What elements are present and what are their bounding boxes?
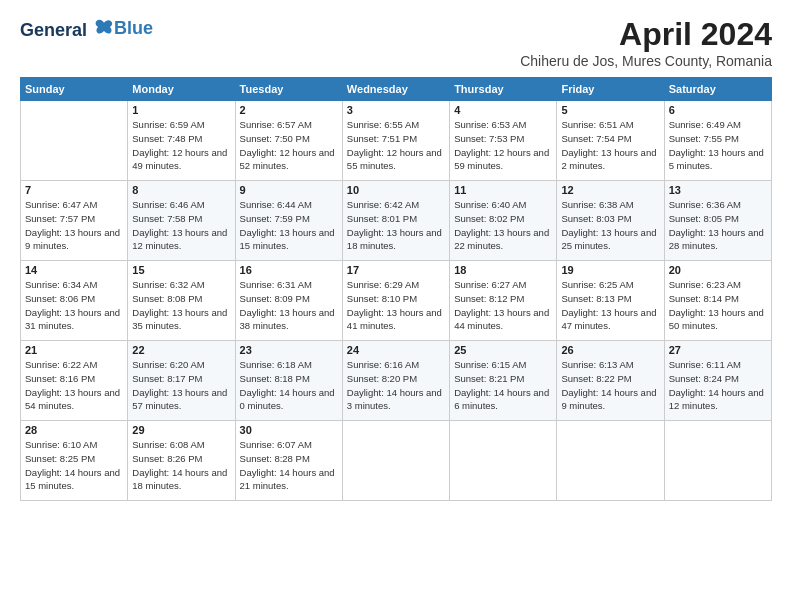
table-row: 11Sunrise: 6:40 AM Sunset: 8:02 PM Dayli… [450,181,557,261]
day-number: 2 [240,104,338,116]
day-number: 25 [454,344,552,356]
day-info: Sunrise: 6:38 AM Sunset: 8:03 PM Dayligh… [561,198,659,253]
calendar-week-5: 28Sunrise: 6:10 AM Sunset: 8:25 PM Dayli… [21,421,772,501]
table-row: 7Sunrise: 6:47 AM Sunset: 7:57 PM Daylig… [21,181,128,261]
day-info: Sunrise: 6:18 AM Sunset: 8:18 PM Dayligh… [240,358,338,413]
calendar-week-4: 21Sunrise: 6:22 AM Sunset: 8:16 PM Dayli… [21,341,772,421]
day-number: 30 [240,424,338,436]
table-row: 13Sunrise: 6:36 AM Sunset: 8:05 PM Dayli… [664,181,771,261]
day-info: Sunrise: 6:20 AM Sunset: 8:17 PM Dayligh… [132,358,230,413]
day-info: Sunrise: 6:53 AM Sunset: 7:53 PM Dayligh… [454,118,552,173]
day-number: 7 [25,184,123,196]
title-area: April 2024 Chiheru de Jos, Mures County,… [520,16,772,69]
day-number: 29 [132,424,230,436]
table-row: 9Sunrise: 6:44 AM Sunset: 7:59 PM Daylig… [235,181,342,261]
header-sunday: Sunday [21,78,128,101]
day-number: 5 [561,104,659,116]
day-info: Sunrise: 6:10 AM Sunset: 8:25 PM Dayligh… [25,438,123,493]
header-tuesday: Tuesday [235,78,342,101]
day-info: Sunrise: 6:15 AM Sunset: 8:21 PM Dayligh… [454,358,552,413]
day-number: 3 [347,104,445,116]
day-info: Sunrise: 6:29 AM Sunset: 8:10 PM Dayligh… [347,278,445,333]
table-row: 3Sunrise: 6:55 AM Sunset: 7:51 PM Daylig… [342,101,449,181]
calendar-header-row: Sunday Monday Tuesday Wednesday Thursday… [21,78,772,101]
day-info: Sunrise: 6:44 AM Sunset: 7:59 PM Dayligh… [240,198,338,253]
table-row: 5Sunrise: 6:51 AM Sunset: 7:54 PM Daylig… [557,101,664,181]
day-number: 13 [669,184,767,196]
day-info: Sunrise: 6:07 AM Sunset: 8:28 PM Dayligh… [240,438,338,493]
day-number: 1 [132,104,230,116]
subtitle: Chiheru de Jos, Mures County, Romania [520,53,772,69]
table-row: 2Sunrise: 6:57 AM Sunset: 7:50 PM Daylig… [235,101,342,181]
day-number: 9 [240,184,338,196]
day-number: 15 [132,264,230,276]
day-number: 19 [561,264,659,276]
day-info: Sunrise: 6:49 AM Sunset: 7:55 PM Dayligh… [669,118,767,173]
table-row [21,101,128,181]
table-row: 26Sunrise: 6:13 AM Sunset: 8:22 PM Dayli… [557,341,664,421]
table-row [450,421,557,501]
day-info: Sunrise: 6:42 AM Sunset: 8:01 PM Dayligh… [347,198,445,253]
table-row: 12Sunrise: 6:38 AM Sunset: 8:03 PM Dayli… [557,181,664,261]
day-info: Sunrise: 6:57 AM Sunset: 7:50 PM Dayligh… [240,118,338,173]
table-row: 29Sunrise: 6:08 AM Sunset: 8:26 PM Dayli… [128,421,235,501]
day-info: Sunrise: 6:47 AM Sunset: 7:57 PM Dayligh… [25,198,123,253]
page: General Blue April 2024 Chiheru de Jos, … [0,0,792,612]
table-row: 24Sunrise: 6:16 AM Sunset: 8:20 PM Dayli… [342,341,449,421]
day-info: Sunrise: 6:27 AM Sunset: 8:12 PM Dayligh… [454,278,552,333]
header: General Blue April 2024 Chiheru de Jos, … [20,16,772,69]
table-row: 16Sunrise: 6:31 AM Sunset: 8:09 PM Dayli… [235,261,342,341]
day-number: 14 [25,264,123,276]
month-title: April 2024 [520,16,772,53]
table-row: 19Sunrise: 6:25 AM Sunset: 8:13 PM Dayli… [557,261,664,341]
table-row [664,421,771,501]
table-row: 8Sunrise: 6:46 AM Sunset: 7:58 PM Daylig… [128,181,235,261]
table-row: 10Sunrise: 6:42 AM Sunset: 8:01 PM Dayli… [342,181,449,261]
logo-blue: Blue [114,18,153,39]
table-row [557,421,664,501]
day-info: Sunrise: 6:31 AM Sunset: 8:09 PM Dayligh… [240,278,338,333]
table-row: 1Sunrise: 6:59 AM Sunset: 7:48 PM Daylig… [128,101,235,181]
day-number: 16 [240,264,338,276]
table-row: 23Sunrise: 6:18 AM Sunset: 8:18 PM Dayli… [235,341,342,421]
day-info: Sunrise: 6:32 AM Sunset: 8:08 PM Dayligh… [132,278,230,333]
day-info: Sunrise: 6:16 AM Sunset: 8:20 PM Dayligh… [347,358,445,413]
table-row: 22Sunrise: 6:20 AM Sunset: 8:17 PM Dayli… [128,341,235,421]
table-row: 6Sunrise: 6:49 AM Sunset: 7:55 PM Daylig… [664,101,771,181]
table-row: 21Sunrise: 6:22 AM Sunset: 8:16 PM Dayli… [21,341,128,421]
day-number: 26 [561,344,659,356]
day-number: 18 [454,264,552,276]
table-row: 4Sunrise: 6:53 AM Sunset: 7:53 PM Daylig… [450,101,557,181]
day-number: 27 [669,344,767,356]
day-info: Sunrise: 6:11 AM Sunset: 8:24 PM Dayligh… [669,358,767,413]
header-monday: Monday [128,78,235,101]
day-number: 24 [347,344,445,356]
day-info: Sunrise: 6:55 AM Sunset: 7:51 PM Dayligh… [347,118,445,173]
day-number: 23 [240,344,338,356]
day-number: 21 [25,344,123,356]
header-friday: Friday [557,78,664,101]
day-info: Sunrise: 6:40 AM Sunset: 8:02 PM Dayligh… [454,198,552,253]
day-info: Sunrise: 6:23 AM Sunset: 8:14 PM Dayligh… [669,278,767,333]
table-row: 28Sunrise: 6:10 AM Sunset: 8:25 PM Dayli… [21,421,128,501]
header-saturday: Saturday [664,78,771,101]
table-row: 20Sunrise: 6:23 AM Sunset: 8:14 PM Dayli… [664,261,771,341]
calendar-week-1: 1Sunrise: 6:59 AM Sunset: 7:48 PM Daylig… [21,101,772,181]
logo-text: General Blue [20,16,153,41]
day-number: 22 [132,344,230,356]
logo-general: General [20,16,114,41]
table-row [342,421,449,501]
day-info: Sunrise: 6:22 AM Sunset: 8:16 PM Dayligh… [25,358,123,413]
logo: General Blue [20,16,153,41]
calendar-table: Sunday Monday Tuesday Wednesday Thursday… [20,77,772,501]
table-row: 17Sunrise: 6:29 AM Sunset: 8:10 PM Dayli… [342,261,449,341]
day-number: 10 [347,184,445,196]
day-number: 28 [25,424,123,436]
calendar-week-3: 14Sunrise: 6:34 AM Sunset: 8:06 PM Dayli… [21,261,772,341]
logo-bird-icon [94,16,114,36]
table-row: 14Sunrise: 6:34 AM Sunset: 8:06 PM Dayli… [21,261,128,341]
header-wednesday: Wednesday [342,78,449,101]
day-number: 17 [347,264,445,276]
day-info: Sunrise: 6:13 AM Sunset: 8:22 PM Dayligh… [561,358,659,413]
header-thursday: Thursday [450,78,557,101]
